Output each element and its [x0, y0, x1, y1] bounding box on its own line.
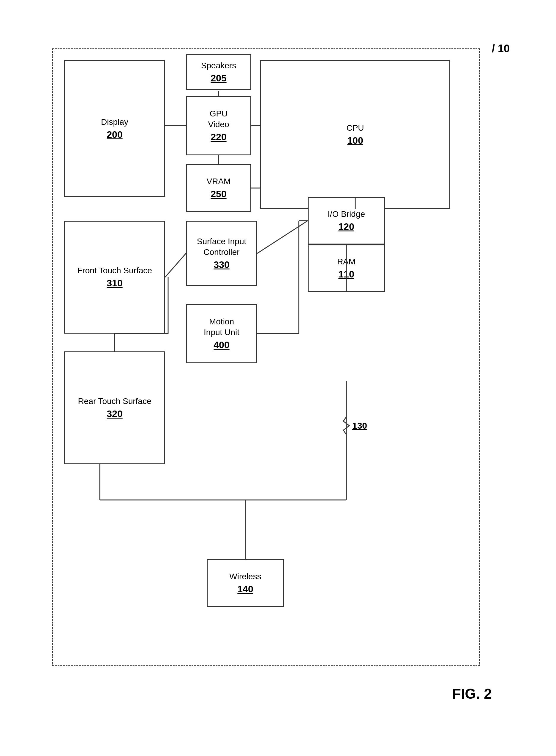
speakers-label: Speakers [201, 60, 236, 71]
wireless-ref: 140 [237, 584, 253, 595]
speakers-block: Speakers 205 [186, 55, 251, 90]
motion-input-label: MotionInput Unit [204, 316, 239, 338]
display-label: Display [101, 117, 128, 128]
io-bridge-ref: 120 [338, 221, 354, 232]
ram-block: RAM 110 [308, 244, 385, 292]
io-bridge-block: I/O Bridge 120 [308, 197, 385, 244]
rear-touch-label: Rear Touch Surface [78, 396, 151, 407]
gpu-video-block: GPUVideo 220 [186, 96, 251, 156]
page: / 10 FIG. 2 CPU 100 RAM 110 I/O Bridge 1… [0, 0, 556, 756]
front-touch-ref: 310 [107, 278, 123, 289]
ram-label: RAM [337, 256, 355, 267]
rear-touch-block: Rear Touch Surface 320 [64, 351, 165, 464]
motion-input-block: MotionInput Unit 400 [186, 304, 257, 363]
surface-input-ref: 330 [214, 259, 229, 270]
gpu-video-ref: 220 [211, 132, 226, 143]
cpu-ref: 100 [347, 135, 363, 146]
display-ref: 200 [107, 129, 123, 140]
fig-label: FIG. 2 [452, 686, 492, 702]
speakers-ref: 205 [211, 73, 226, 84]
ram-ref: 110 [338, 269, 354, 280]
cpu-block: CPU 100 [260, 60, 450, 209]
motion-input-ref: 400 [214, 340, 229, 350]
ref-10: / 10 [492, 42, 510, 55]
surface-input-label: Surface InputController [197, 236, 246, 258]
vram-ref: 250 [211, 188, 226, 200]
surface-input-block: Surface InputController 330 [186, 221, 257, 286]
front-touch-label: Front Touch Surface [77, 265, 152, 276]
wireless-block: Wireless 140 [207, 559, 284, 607]
display-block: Display 200 [64, 60, 165, 197]
vram-block: VRAM 250 [186, 164, 251, 212]
wireless-label: Wireless [229, 571, 261, 582]
cpu-label: CPU [346, 123, 364, 133]
gpu-video-label: GPUVideo [208, 108, 229, 130]
rear-touch-ref: 320 [107, 408, 123, 419]
vram-label: VRAM [207, 176, 231, 187]
front-touch-block: Front Touch Surface 310 [64, 221, 165, 334]
io-bridge-label: I/O Bridge [327, 209, 365, 219]
diagram-container: / 10 FIG. 2 CPU 100 RAM 110 I/O Bridge 1… [40, 37, 516, 720]
